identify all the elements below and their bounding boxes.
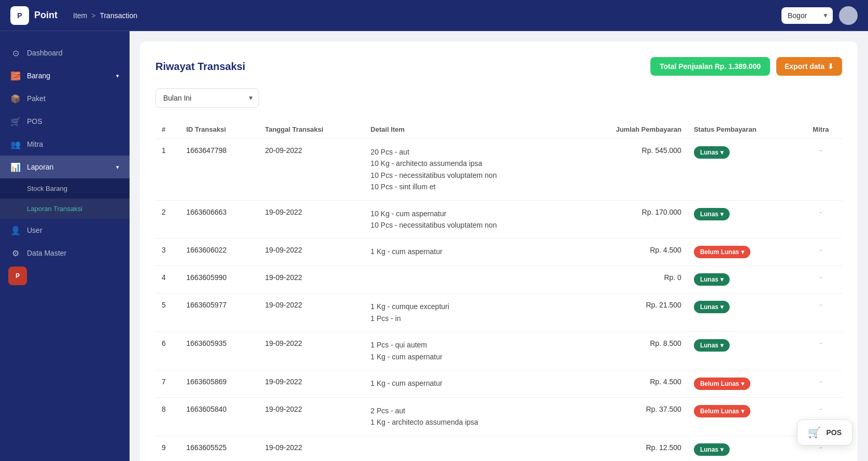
cell-no: 1 (155, 139, 180, 201)
cell-no: 8 (155, 397, 180, 436)
sidebar-item-data-master[interactable]: ⚙ Data Master (0, 242, 130, 264)
cell-status: Lunas ▾ (688, 266, 800, 294)
cell-mitra: - (800, 370, 842, 397)
user-icon: 👤 (10, 225, 21, 235)
sidebar-item-mitra[interactable]: 👥 Mitra (0, 133, 130, 156)
status-badge[interactable]: Belum Lunas ▾ (694, 405, 750, 417)
cell-mitra: - (800, 200, 842, 239)
table-row: 1166364779820-09-202220 Pcs - aut10 Kg -… (155, 139, 842, 201)
cell-jumlah: Rp. 4.500 (571, 370, 688, 397)
cell-detail: 1 Pcs - qui autem1 Kg - cum aspernatur (364, 332, 571, 370)
cell-mitra: - (800, 294, 842, 332)
topbar: P Point Item > Transaction Bogor Jakarta… (0, 0, 868, 31)
location-select[interactable]: Bogor Jakarta Bandung (781, 7, 833, 24)
detail-line: 1 Kg - cumque excepturi (371, 301, 565, 312)
sidebar-item-stock-barang[interactable]: Stock Barang (0, 178, 130, 199)
pos-float-button[interactable]: 🛒 POS (797, 420, 852, 445)
laporan-icon: 📊 (10, 162, 21, 172)
col-tanggal: Tanggal Transaksi (259, 120, 364, 139)
cell-detail: 1 Kg - cum aspernatur (364, 370, 571, 397)
pos-float-icon: 🛒 (808, 426, 821, 439)
status-badge[interactable]: Lunas ▾ (694, 339, 730, 352)
cell-id-transaksi: 1663605935 (180, 332, 259, 370)
status-badge[interactable]: Lunas ▾ (694, 443, 730, 456)
sidebar-item-pos[interactable]: 🛒 POS (0, 110, 130, 133)
panel-header: Riwayat Transaksi Total Penjualan Rp. 1.… (155, 57, 842, 76)
period-filter[interactable]: Bulan Ini Minggu Ini Hari Ini Custom (155, 88, 259, 108)
transactions-table: # ID Transaksi Tanggal Transaksi Detail … (155, 120, 842, 461)
breadcrumb-item[interactable]: Item (73, 11, 87, 20)
cell-tanggal: 19-09-2022 (259, 200, 364, 239)
col-jumlah: Jumlah Pembayaran (571, 120, 688, 139)
sidebar-item-dashboard[interactable]: ⊙ Dashboard (0, 41, 130, 64)
page-title: Riwayat Transaksi (155, 61, 245, 73)
sidebar-item-user[interactable]: 👤 User (0, 219, 130, 242)
laporan-transaksi-label: Laporan Transaksi (27, 205, 82, 213)
detail-line: 1 Kg - architecto assumenda ipsa (371, 416, 565, 428)
data-master-icon: ⚙ (10, 248, 21, 258)
status-badge[interactable]: Lunas ▾ (694, 273, 730, 286)
col-status: Status Pembayaran (688, 120, 800, 139)
cell-jumlah: Rp. 37.500 (571, 397, 688, 436)
cell-jumlah: Rp. 8.500 (571, 332, 688, 370)
app-logo: P Point (10, 6, 58, 25)
sidebar-item-paket[interactable]: 📦 Paket (0, 87, 130, 110)
cell-no: 6 (155, 332, 180, 370)
sidebar-item-laporan[interactable]: 📊 Laporan ▾ (0, 156, 130, 178)
detail-line: 1 Kg - cum aspernatur (371, 351, 565, 362)
detail-line: 10 Pcs - necessitatibus voluptatem non (371, 170, 565, 181)
sidebar-item-label: Laporan (27, 163, 53, 171)
stock-barang-label: Stock Barang (27, 185, 67, 192)
cell-id-transaksi: 1663606022 (180, 239, 259, 266)
cell-id-transaksi: 1663647798 (180, 139, 259, 201)
detail-line: 1 Pcs - in (371, 313, 565, 324)
status-badge[interactable]: Lunas ▾ (694, 301, 730, 313)
cell-detail: 1 Kg - cum aspernatur (364, 239, 571, 266)
cell-no: 2 (155, 200, 180, 239)
total-penjualan-button[interactable]: Total Penjualan Rp. 1.389.000 (650, 57, 770, 76)
cell-detail: 1 Kg - cumque excepturi1 Pcs - in (364, 294, 571, 332)
cell-mitra: - (800, 332, 842, 370)
table-row: 9166360552519-09-2022Rp. 12.500Lunas ▾- (155, 436, 842, 461)
col-id-transaksi: ID Transaksi (180, 120, 259, 139)
cell-detail: 10 Kg - cum aspernatur10 Pcs - necessita… (364, 200, 571, 239)
cell-status: Lunas ▾ (688, 332, 800, 370)
export-data-button[interactable]: Export data ⬇ (776, 57, 842, 76)
table-header: # ID Transaksi Tanggal Transaksi Detail … (155, 120, 842, 139)
cell-no: 3 (155, 239, 180, 266)
table-body: 1166364779820-09-202220 Pcs - aut10 Kg -… (155, 139, 842, 462)
sidebar-item-laporan-transaksi[interactable]: Laporan Transaksi (0, 199, 130, 219)
topbar-right: Bogor Jakarta Bandung ▼ (781, 6, 858, 25)
table-row: 6166360593519-09-20221 Pcs - qui autem1 … (155, 332, 842, 370)
detail-line: 10 Kg - architecto assumenda ipsa (371, 158, 565, 169)
detail-line: 2 Pcs - aut (371, 405, 565, 416)
cell-status: Belum Lunas ▾ (688, 370, 800, 397)
cell-detail (364, 266, 571, 294)
col-no: # (155, 120, 180, 139)
cell-jumlah: Rp. 4.500 (571, 239, 688, 266)
status-badge[interactable]: Belum Lunas ▾ (694, 246, 750, 258)
brand-logo: P (8, 267, 27, 285)
mitra-icon: 👥 (10, 139, 21, 149)
status-badge[interactable]: Lunas ▾ (694, 146, 730, 159)
header-buttons: Total Penjualan Rp. 1.389.000 Export dat… (650, 57, 842, 76)
pos-float-label: POS (826, 428, 842, 437)
sidebar-item-barang[interactable]: 🧱 Barang ▾ (0, 64, 130, 87)
cell-tanggal: 19-09-2022 (259, 397, 364, 436)
cell-mitra: - (800, 266, 842, 294)
cell-id-transaksi: 1663605869 (180, 370, 259, 397)
cell-mitra: - (800, 239, 842, 266)
cell-id-transaksi: 1663605990 (180, 266, 259, 294)
export-label: Export data (785, 62, 824, 71)
filter-row: Bulan Ini Minggu Ini Hari Ini Custom ▼ (155, 88, 842, 108)
status-badge[interactable]: Lunas ▾ (694, 208, 730, 220)
detail-line: 20 Pcs - aut (371, 146, 565, 158)
avatar[interactable] (839, 6, 858, 25)
status-badge[interactable]: Belum Lunas ▾ (694, 378, 750, 390)
main-content: Riwayat Transaksi Total Penjualan Rp. 1.… (130, 31, 868, 461)
cell-id-transaksi: 1663605840 (180, 397, 259, 436)
filter-wrapper: Bulan Ini Minggu Ini Hari Ini Custom ▼ (155, 88, 259, 108)
breadcrumb-current: Transaction (99, 11, 137, 20)
cell-jumlah: Rp. 170.000 (571, 200, 688, 239)
detail-line: 1 Kg - cum aspernatur (371, 246, 565, 257)
